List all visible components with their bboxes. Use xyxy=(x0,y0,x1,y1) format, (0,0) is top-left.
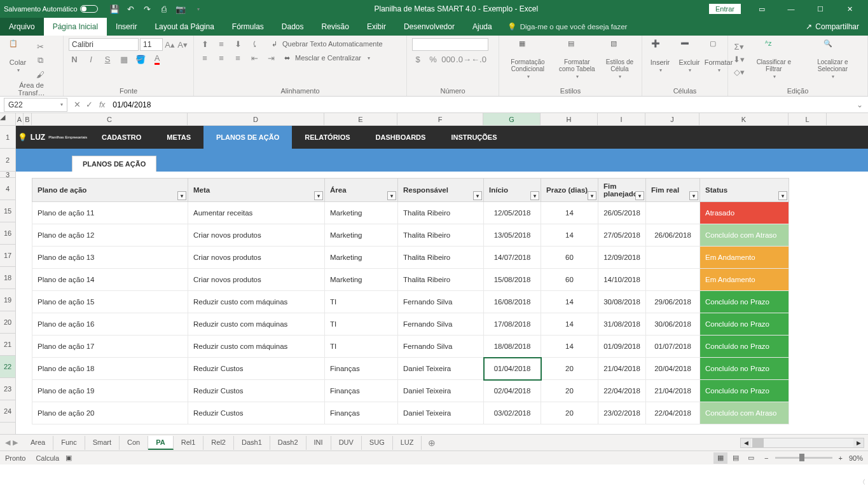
copy-icon[interactable]: ⧉ xyxy=(34,55,46,66)
sheet-tab-sug[interactable]: SUG xyxy=(362,436,393,450)
delete-cells-button[interactable]: ➖Excluir▾ xyxy=(677,38,702,74)
column-header-E[interactable]: E xyxy=(324,113,397,125)
table-cell[interactable]: 14 xyxy=(541,291,598,313)
find-select-button[interactable]: 🔍Localizar e Selecionar▾ xyxy=(803,38,862,81)
table-cell[interactable]: 18/08/2018 xyxy=(484,336,541,358)
table-cell[interactable]: 20/04/2018 xyxy=(646,358,700,380)
sheet-tab-func[interactable]: Func xyxy=(53,436,85,450)
zoom-out-button[interactable]: − xyxy=(764,454,768,462)
row-header-21[interactable]: 21 xyxy=(0,334,15,356)
table-header[interactable]: Área▾ xyxy=(325,179,398,202)
column-header-J[interactable]: J xyxy=(645,113,699,125)
table-cell[interactable]: 14 xyxy=(541,313,598,336)
macro-record-icon[interactable]: ▣ xyxy=(65,454,72,462)
row-header-17[interactable]: 17 xyxy=(0,245,15,267)
table-cell[interactable]: Concluído no Prazo xyxy=(700,336,789,358)
table-cell[interactable]: 60 xyxy=(541,269,598,291)
menu-tab-página-inicial[interactable]: Página Inicial xyxy=(44,18,107,36)
column-header-B[interactable]: B xyxy=(24,113,32,125)
menu-tab-exibir[interactable]: Exibir xyxy=(358,18,395,36)
filter-icon[interactable]: ▾ xyxy=(588,191,596,200)
redo-icon[interactable]: ↷ xyxy=(142,4,153,14)
underline-icon[interactable]: S xyxy=(102,53,113,65)
grow-font-icon[interactable]: A▴ xyxy=(164,39,176,50)
table-cell[interactable]: Fernando Silva xyxy=(398,336,484,358)
wrap-text-button[interactable]: Quebrar Texto Automaticamente xyxy=(282,40,383,48)
table-cell[interactable]: Plano de ação 11 xyxy=(32,202,188,224)
column-header-L[interactable]: L xyxy=(789,113,827,125)
table-cell[interactable]: Concluído no Prazo xyxy=(700,291,789,313)
align-bottom-icon[interactable]: ⬇ xyxy=(232,38,244,50)
table-cell[interactable]: TI xyxy=(325,313,398,336)
sheet-prev-icon[interactable]: ◀ xyxy=(5,438,10,447)
menu-tab-layout-da-página[interactable]: Layout da Página xyxy=(146,18,223,36)
table-cell[interactable]: Plano de ação 15 xyxy=(32,291,188,313)
row-header-2[interactable]: 2 xyxy=(0,149,15,172)
table-cell[interactable]: 26/06/2018 xyxy=(646,224,700,247)
bold-icon[interactable]: N xyxy=(69,53,80,65)
column-header-A[interactable]: A xyxy=(16,113,24,125)
font-family-select[interactable] xyxy=(69,38,139,51)
table-cell[interactable]: TI xyxy=(325,336,398,358)
align-right-icon[interactable]: ≡ xyxy=(232,52,244,64)
row-header-22[interactable]: 22 xyxy=(0,356,15,378)
column-header-G[interactable]: G xyxy=(483,113,541,125)
sheet-tab-smart[interactable]: Smart xyxy=(85,436,120,450)
row-header-4[interactable]: 4 xyxy=(0,178,15,200)
table-cell[interactable] xyxy=(646,269,700,291)
column-header-K[interactable]: K xyxy=(699,113,789,125)
table-cell[interactable]: Fernando Silva xyxy=(398,313,484,336)
column-header-I[interactable]: I xyxy=(598,113,645,125)
filter-icon[interactable]: ▾ xyxy=(635,191,644,200)
table-cell[interactable]: Fernando Silva xyxy=(398,291,484,313)
row-header-23[interactable]: 23 xyxy=(0,378,15,400)
table-cell[interactable]: Reduzir custo com máquinas xyxy=(188,336,325,358)
table-header[interactable]: Meta▾ xyxy=(188,179,325,202)
dashnav-dashboards[interactable]: DASHBOARDS xyxy=(363,126,439,149)
fill-icon[interactable]: ⬇▾ xyxy=(733,53,745,65)
dashnav-metas[interactable]: METAS xyxy=(154,126,203,149)
number-format-select[interactable] xyxy=(412,38,488,51)
table-cell[interactable]: Reduzir custo com máquinas xyxy=(188,291,325,313)
table-cell[interactable] xyxy=(646,247,700,269)
collapse-ribbon-icon[interactable]: 〈 xyxy=(859,478,865,487)
align-top-icon[interactable]: ⬆ xyxy=(199,38,210,50)
table-cell[interactable]: Reduzir Custos xyxy=(188,358,325,380)
dec-decimal-icon[interactable]: ←.0 xyxy=(473,53,485,65)
table-cell[interactable]: 14 xyxy=(541,224,598,247)
table-header[interactable]: Plano de ação▾ xyxy=(32,179,188,202)
italic-icon[interactable]: I xyxy=(85,53,97,65)
table-cell[interactable]: Finanças xyxy=(325,402,398,424)
table-cell[interactable]: 22/04/2018 xyxy=(646,402,700,424)
table-cell[interactable]: 21/04/2018 xyxy=(646,380,700,402)
zoom-in-button[interactable]: + xyxy=(839,454,843,462)
table-cell[interactable]: Finanças xyxy=(325,380,398,402)
accept-formula-icon[interactable]: ✓ xyxy=(86,100,93,109)
font-size-select[interactable] xyxy=(140,38,163,51)
row-header-3[interactable]: 3 xyxy=(0,172,15,178)
row-header-15[interactable]: 15 xyxy=(0,200,15,222)
inc-decimal-icon[interactable]: .0→ xyxy=(458,53,469,65)
table-cell[interactable]: Plano de ação 18 xyxy=(32,358,188,380)
table-cell[interactable]: Plano de ação 20 xyxy=(32,402,188,424)
table-cell[interactable]: 60 xyxy=(541,247,598,269)
table-cell[interactable]: 20 xyxy=(541,358,598,380)
table-cell[interactable]: 14 xyxy=(541,202,598,224)
expand-formula-icon[interactable]: ⌄ xyxy=(851,100,868,109)
format-table-button[interactable]: ▤Formatar como Tabela▾ xyxy=(555,38,599,81)
fill-color-icon[interactable]: 🪣 xyxy=(135,53,146,65)
table-cell[interactable]: Thalita Ribeiro xyxy=(398,247,484,269)
table-cell[interactable]: Plano de ação 19 xyxy=(32,380,188,402)
file-tab[interactable]: Arquivo xyxy=(0,18,44,36)
cell-styles-button[interactable]: ▧Estilos de Célula▾ xyxy=(603,38,637,81)
menu-tab-inserir[interactable]: Inserir xyxy=(107,18,146,36)
zoom-level[interactable]: 90% xyxy=(849,454,863,462)
table-cell[interactable]: 01/07/2018 xyxy=(646,336,700,358)
sheet-tab-luz[interactable]: LUZ xyxy=(393,436,422,450)
tell-me-search[interactable]: 💡 Diga-me o que você deseja fazer xyxy=(507,18,628,36)
sheet-tab-con[interactable]: Con xyxy=(120,436,148,450)
table-cell[interactable]: Atrasado xyxy=(700,202,789,224)
column-header-H[interactable]: H xyxy=(541,113,598,125)
table-header[interactable]: Início▾ xyxy=(484,179,541,202)
print-icon[interactable]: ⎙ xyxy=(159,4,169,14)
